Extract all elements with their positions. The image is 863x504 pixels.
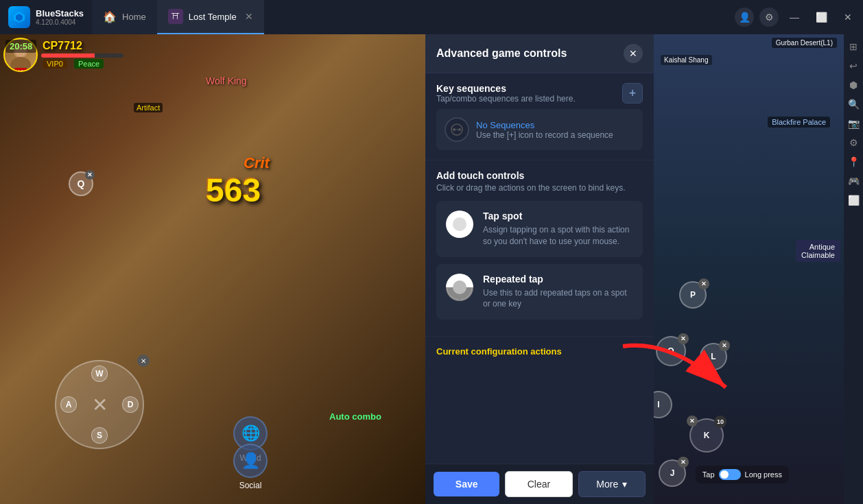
dpad[interactable]: W S A D ✕ ✕ — [55, 360, 144, 449]
dpad-close[interactable]: ✕ — [137, 355, 150, 367]
home-tab[interactable]: 🏠 Home — [92, 0, 157, 34]
current-config-title: Current configuration actions — [436, 346, 643, 357]
dungeon-info: Gurban Desert(L1) — [772, 38, 837, 48]
q-button[interactable]: Q✕ — [69, 171, 93, 196]
lost-temple-tab[interactable]: ⛩ Lost Temple ✕ — [157, 0, 264, 34]
sidebar: ⊞ ↩ ⬢ 🔍 📷 ⚙ 📍 🎮 ⬜ — [844, 34, 863, 504]
tap-longpress-toggle[interactable]: Tap Long press — [696, 466, 789, 483]
tab-close[interactable]: ✕ — [245, 11, 253, 22]
k-badge: 10 — [714, 416, 726, 428]
modal-header: Advanced game controls ✕ — [425, 34, 654, 73]
repeated-tap-content: Repeated tap Use this to add repeated ta… — [483, 274, 633, 311]
toggle-thumb — [720, 470, 729, 479]
no-sequences-card: No Sequences Use the [+] icon to record … — [436, 109, 643, 150]
sidebar-icon-7[interactable]: 📍 — [847, 155, 860, 169]
app-title: BlueStacks — [36, 8, 84, 19]
dpad-a-key[interactable]: A — [60, 396, 77, 413]
i-button[interactable]: I — [654, 391, 672, 418]
game-right-area: Gurban Desert(L1) Kaishal Shang Blackfir… — [654, 34, 844, 504]
svg-point-14 — [453, 280, 466, 294]
sidebar-icon-5[interactable]: 📷 — [847, 117, 860, 130]
settings-button[interactable]: ⚙ — [759, 8, 779, 27]
no-seq-content: No Sequences Use the [+] icon to record … — [476, 120, 613, 140]
repeated-tap-icon — [446, 274, 473, 301]
toggle-track[interactable] — [719, 469, 741, 480]
sidebar-icon-1[interactable]: ⊞ — [847, 40, 860, 53]
antique-label[interactable]: AntiqueClaimable — [796, 240, 840, 262]
vip-badge: VIP0 — [43, 59, 67, 69]
touch-controls-section: Add touch controls Click or drag the act… — [425, 160, 654, 337]
modal-close-button[interactable]: ✕ — [624, 44, 643, 63]
j-button[interactable]: J✕ — [659, 459, 686, 487]
game-left-area: 12 20:58 CP7712 VIP0 Peace Wolf King Art… — [0, 34, 425, 504]
sequence-icon — [445, 117, 469, 142]
close-button[interactable]: ✕ — [838, 9, 858, 25]
social-icon: 👤 — [233, 444, 268, 478]
o-button[interactable]: O✕ — [656, 336, 686, 366]
modal-body: Key sequences Tap/combo sequences are li… — [425, 73, 654, 464]
peace-badge: Peace — [74, 59, 104, 69]
k-button[interactable]: K 10 ✕ — [689, 418, 724, 453]
key-sequences-title: Key sequences — [436, 83, 576, 94]
repeated-tap-desc: Use this to add repeated taps on a spot … — [483, 287, 633, 311]
section-header: Key sequences Tap/combo sequences are li… — [436, 83, 643, 104]
tap-spot-title: Tap spot — [483, 211, 633, 221]
p-button[interactable]: P✕ — [679, 281, 707, 309]
tap-spot-card[interactable]: Tap spot Assign tapping on a spot with t… — [436, 201, 643, 257]
close-x[interactable]: ✕ — [678, 333, 689, 344]
repeated-tap-card[interactable]: Repeated tap Use this to add repeated ta… — [436, 264, 643, 320]
home-tab-label: Home — [122, 12, 146, 22]
blackfire-label: Blackfire Palace — [768, 117, 830, 128]
no-seq-link[interactable]: No Sequences — [476, 120, 613, 130]
key-sequences-subtitle: Tap/combo sequences are listed here. — [436, 94, 576, 104]
dpad-center: ✕ — [92, 394, 108, 416]
auto-combo-text: Auto combo — [329, 411, 381, 422]
app-logo: BlueStacks 4.120.0.4004 — [0, 6, 92, 28]
sidebar-icon-6[interactable]: ⚙ — [847, 136, 860, 149]
more-label: More — [596, 479, 618, 490]
close-x[interactable]: ✕ — [678, 457, 689, 468]
no-seq-text: Use the [+] icon to record a sequence — [476, 130, 613, 140]
dpad-container: W S A D ✕ ✕ — [55, 360, 144, 449]
section-title-group: Key sequences Tap/combo sequences are li… — [436, 83, 576, 104]
hud-time: 20:58 — [5, 40, 36, 53]
lost-temple-icon: ⛩ — [168, 9, 183, 24]
hud-cp: CP7712 — [43, 40, 82, 52]
modal-footer: Save Clear More ▾ — [425, 464, 654, 504]
damage-number: 563 — [206, 171, 261, 209]
social-label: Social — [239, 481, 262, 490]
l-button[interactable]: L✕ — [700, 343, 727, 370]
save-button[interactable]: Save — [434, 472, 499, 496]
sidebar-icon-4[interactable]: 🔍 — [847, 97, 860, 111]
tap-label: Tap — [702, 470, 715, 479]
player-name: Kaishal Shang — [661, 55, 712, 65]
clear-button[interactable]: Clear — [505, 471, 572, 497]
bluestacks-logo — [8, 6, 30, 28]
dpad-s-key[interactable]: S — [91, 427, 108, 444]
dpad-d-key[interactable]: D — [122, 396, 139, 413]
social-button[interactable]: 👤 Social — [233, 444, 268, 490]
tap-spot-content: Tap spot Assign tapping on a spot with t… — [483, 211, 633, 248]
touch-subtitle: Click or drag the actions on the screen … — [436, 183, 643, 193]
sidebar-icon-9[interactable]: ⬜ — [847, 193, 860, 207]
long-press-label: Long press — [745, 470, 782, 479]
maximize-button[interactable]: ⬜ — [810, 9, 833, 25]
sidebar-icon-3[interactable]: ⬢ — [847, 78, 860, 92]
svg-point-10 — [453, 217, 466, 231]
sidebar-icon-2[interactable]: ↩ — [847, 59, 860, 73]
sidebar-icon-8[interactable]: 🎮 — [847, 174, 860, 188]
dpad-w-key[interactable]: W — [91, 365, 108, 382]
app-info: BlueStacks 4.120.0.4004 — [36, 8, 84, 26]
lost-temple-tab-label: Lost Temple — [189, 12, 237, 22]
more-button[interactable]: More ▾ — [578, 471, 646, 497]
account-button[interactable]: 👤 — [735, 8, 754, 27]
k-close[interactable]: ✕ — [687, 416, 698, 427]
repeated-tap-title: Repeated tap — [483, 274, 633, 285]
current-config-section: Current configuration actions — [425, 337, 654, 362]
add-sequence-button[interactable]: + — [622, 83, 643, 104]
key-sequences-section: Key sequences Tap/combo sequences are li… — [425, 73, 654, 160]
crit-text: Crit — [244, 154, 270, 172]
close-x[interactable]: ✕ — [719, 340, 730, 351]
close-x[interactable]: ✕ — [698, 278, 709, 289]
minimize-button[interactable]: — — [784, 9, 805, 25]
